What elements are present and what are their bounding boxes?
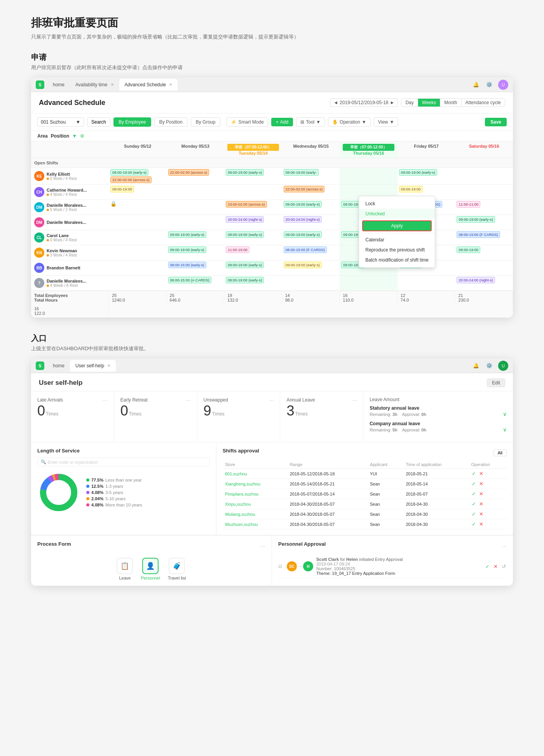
shift-kelly-mon[interactable]: 22:00-02:00 (across-s) bbox=[167, 168, 225, 185]
shift-kevin-sat[interactable]: 09:00-19:00 bbox=[455, 245, 513, 260]
personnel-more-icon[interactable]: ··· bbox=[502, 543, 507, 549]
process-more-icon[interactable]: ··· bbox=[261, 543, 265, 549]
location-select[interactable]: 001 Suzhou ▼ bbox=[37, 117, 84, 127]
settings-icon[interactable]: ⚙️ bbox=[485, 80, 493, 89]
shift-kelly-fri[interactable]: 09:00-19:00 (early-s) bbox=[398, 168, 455, 185]
dropdown-reproduce[interactable]: Reproduce the previous shift bbox=[359, 245, 435, 255]
smart-mode-button[interactable]: ⚡ Smart Mode bbox=[227, 117, 268, 127]
leave-expand-icon[interactable]: ∨ bbox=[503, 411, 507, 417]
shift-dan1-tue[interactable]: 23:00-02:00 (across-s) bbox=[224, 200, 282, 215]
reject-icon-2[interactable]: ✕ bbox=[479, 481, 483, 487]
approve-icon-6[interactable]: ✓ bbox=[472, 521, 476, 527]
shift-dan2-mon[interactable] bbox=[167, 215, 225, 230]
approve-icon-4[interactable]: ✓ bbox=[472, 501, 476, 507]
date-range-button[interactable]: ◄ 2019-05/12/2019-05-18 ► bbox=[330, 98, 398, 107]
store-link-6[interactable]: Wuzhuen,suzhou bbox=[225, 522, 258, 527]
save-button[interactable]: Save bbox=[485, 118, 507, 126]
shift-dan3-mon[interactable]: 06:00-15:00 (A CARDS) bbox=[167, 276, 225, 291]
shift-cat-sat[interactable] bbox=[455, 185, 513, 200]
shift-dan3-sat[interactable]: 20:00-24:00 (night-s) bbox=[455, 276, 513, 291]
shift-dan2-wed[interactable]: 20:00-24:00 (night-s) bbox=[282, 215, 340, 230]
shift-dan3-thu[interactable] bbox=[340, 276, 398, 291]
approve-icon-5[interactable]: ✓ bbox=[472, 511, 476, 517]
view-attendance[interactable]: Attendance cycle bbox=[462, 99, 505, 107]
shift-kevin-sun[interactable] bbox=[109, 245, 167, 260]
shift-carol-sun[interactable] bbox=[109, 230, 167, 245]
shift-brandon-tue[interactable]: 09:00-19:00 (early-s) bbox=[224, 260, 282, 276]
tab-availability[interactable]: Availability time ✕ bbox=[70, 79, 119, 91]
operation-button[interactable]: ✋ Operation ▼ bbox=[328, 117, 371, 127]
shift-dan3-sun[interactable] bbox=[109, 276, 167, 291]
edit-button[interactable]: Edit bbox=[487, 379, 505, 387]
shift-dan1-wed[interactable]: 09:00-19:00 (early-s) bbox=[282, 200, 340, 215]
shift-carol-sat[interactable]: 08:00-15:00 (F CARDS) bbox=[455, 230, 513, 245]
shift-dan1-mon[interactable] bbox=[167, 200, 225, 215]
user-avatar-1[interactable]: U bbox=[498, 80, 508, 90]
shift-brandon-wed[interactable]: 09:00-19:00 (early-s) bbox=[282, 260, 340, 276]
pa-approve-icon[interactable]: ✓ bbox=[485, 564, 490, 569]
shift-brandon-mon[interactable]: 08:00-15:00 (early-s) bbox=[167, 260, 225, 276]
search-button[interactable]: Search bbox=[87, 117, 110, 127]
all-button[interactable]: All bbox=[493, 449, 507, 456]
store-link-3[interactable]: Pinsplans,suzhou bbox=[225, 492, 258, 496]
reject-icon-1[interactable]: ✕ bbox=[479, 471, 483, 477]
view-button[interactable]: View ▼ bbox=[374, 117, 399, 127]
approve-icon-2[interactable]: ✓ bbox=[472, 481, 476, 487]
tab-user-self-help[interactable]: User self-help ✕ bbox=[70, 360, 116, 372]
dropdown-apply[interactable]: Apply bbox=[362, 220, 432, 231]
tab-advanced-schedule[interactable]: Advanced Schedule ✕ bbox=[119, 79, 178, 91]
pa-reject-icon[interactable]: ✕ bbox=[493, 564, 498, 569]
bell-icon-2[interactable]: 🔔 bbox=[472, 361, 480, 370]
shift-dan1-sun[interactable]: 🔒 bbox=[109, 200, 167, 215]
shift-dan2-tue[interactable]: 20:00-24:00 (night-s) bbox=[224, 215, 282, 230]
shift-dan3-wed[interactable] bbox=[282, 276, 340, 291]
reject-icon-5[interactable]: ✕ bbox=[479, 511, 483, 517]
store-link-5[interactable]: Wuliang,suzhou bbox=[225, 512, 255, 517]
dropdown-lock[interactable]: Lock bbox=[359, 199, 435, 209]
stat-more-icon-4[interactable]: ··· bbox=[352, 397, 357, 403]
shift-dan3-tue[interactable]: 09:00-19:00 (early-s) bbox=[224, 276, 282, 291]
shift-carol-mon[interactable]: 09:00-19:00 (early-s) bbox=[167, 230, 225, 245]
reject-icon-3[interactable]: ✕ bbox=[479, 491, 483, 497]
store-link-4[interactable]: Xinpu,suzhou bbox=[225, 502, 251, 506]
approve-icon-3[interactable]: ✓ bbox=[472, 491, 476, 497]
stat-more-icon[interactable]: ··· bbox=[103, 397, 108, 403]
leave-expand-icon-2[interactable]: ∨ bbox=[503, 426, 507, 433]
shift-kelly-tue[interactable]: 09:00-19:00 (early-s) bbox=[224, 168, 282, 185]
view-month[interactable]: Month bbox=[440, 99, 461, 107]
by-position-button[interactable]: By Position bbox=[154, 117, 188, 127]
tab-home-2[interactable]: home bbox=[47, 360, 70, 372]
approve-icon-1[interactable]: ✓ bbox=[472, 471, 476, 477]
reject-icon-6[interactable]: ✕ bbox=[479, 521, 483, 527]
user-avatar-2[interactable]: U bbox=[498, 361, 508, 371]
shift-brandon-sun[interactable] bbox=[109, 260, 167, 276]
shift-kelly-thu[interactable] bbox=[340, 168, 398, 185]
search-org-input[interactable]: 🔍 Enter code or organization bbox=[37, 457, 210, 466]
shift-cat-mon[interactable] bbox=[167, 185, 225, 200]
shift-kevin-wed[interactable]: 08:00-15:00 (F CARDS) bbox=[282, 245, 340, 260]
shift-kevin-mon[interactable]: 09:00-19:00 (early-s) bbox=[167, 245, 225, 260]
shift-kevin-tue[interactable]: 11:00-19:00 bbox=[224, 245, 282, 260]
shift-carol-tue[interactable]: 09:00-19:00 (early-s) bbox=[224, 230, 282, 245]
shift-dan2-sun[interactable] bbox=[109, 215, 167, 230]
shift-dan2-sat[interactable]: 09:00-19:00 (early-s) bbox=[455, 215, 513, 230]
dropdown-calendar[interactable]: Calendar bbox=[359, 235, 435, 245]
process-personnel[interactable]: 👤 Personnel bbox=[141, 558, 160, 580]
shift-kelly-sat[interactable] bbox=[455, 168, 513, 185]
filter-icon[interactable]: ▼ bbox=[72, 133, 77, 139]
settings-icon-2[interactable]: ⚙️ bbox=[485, 361, 493, 370]
by-employee-button[interactable]: By Employee bbox=[113, 117, 151, 127]
add-button[interactable]: + Add bbox=[271, 118, 293, 126]
bell-icon[interactable]: 🔔 bbox=[472, 80, 480, 89]
shift-cat-sun[interactable]: 09:00-19:00 bbox=[109, 185, 167, 200]
process-travel[interactable]: 🧳 Travel list bbox=[168, 558, 186, 580]
view-weeks[interactable]: Weeks bbox=[418, 99, 440, 107]
by-group-button[interactable]: By Group bbox=[191, 117, 221, 127]
store-link-2[interactable]: Xiangheng,suzhou bbox=[225, 482, 260, 486]
shift-kelly-sun[interactable]: 09:00-19:00 (early-s) 22:00-02:00 (acros… bbox=[109, 168, 167, 185]
shift-kelly-wed[interactable]: 09:00-19:00 (early- bbox=[282, 168, 340, 185]
shift-dan3-fri[interactable] bbox=[398, 276, 455, 291]
tab-home-1[interactable]: home bbox=[47, 79, 70, 91]
dropdown-unlocked[interactable]: Unlocked bbox=[359, 209, 435, 219]
shift-dan1-sat[interactable]: 11:00-11:00 bbox=[455, 200, 513, 215]
